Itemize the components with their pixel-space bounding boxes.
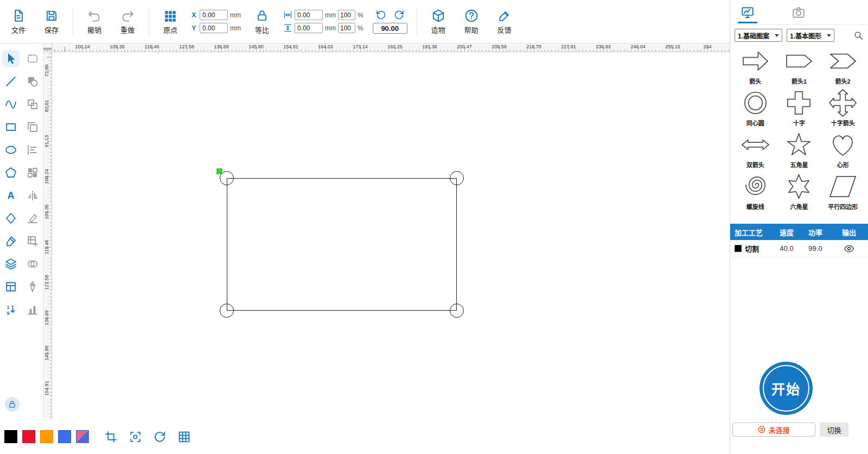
align-list-icon bbox=[26, 143, 39, 156]
line-icon bbox=[4, 75, 17, 88]
lock-canvas-button[interactable] bbox=[5, 397, 20, 412]
pattern-array-tool[interactable] bbox=[24, 164, 41, 181]
curve-tool[interactable] bbox=[2, 96, 20, 113]
width-input[interactable] bbox=[295, 10, 323, 20]
shape-item-parallelogram[interactable]: 平行四边形 bbox=[821, 172, 865, 211]
crop-frame-button[interactable] bbox=[104, 430, 118, 444]
knife-tool[interactable] bbox=[2, 232, 20, 250]
corner-handle-bottom-left[interactable] bbox=[220, 304, 234, 318]
rotate-ccw-icon[interactable] bbox=[375, 9, 387, 21]
category-select-1[interactable]: 1.基础图案 bbox=[735, 29, 782, 42]
start-button[interactable]: 开始 bbox=[760, 362, 813, 415]
tab-library[interactable] bbox=[738, 2, 757, 23]
concentric-circles-icon bbox=[741, 88, 770, 118]
shape-item-concentric-circle[interactable]: 同心圆 bbox=[733, 88, 777, 127]
shape-item-heart[interactable]: 心形 bbox=[821, 130, 865, 169]
text-tool[interactable]: A bbox=[2, 187, 20, 204]
undo-button[interactable]: 撤销 bbox=[82, 9, 106, 35]
align-bottom-tool[interactable] bbox=[24, 301, 41, 318]
color-swatch[interactable] bbox=[4, 430, 17, 443]
canvas[interactable] bbox=[52, 52, 730, 454]
shape-item-arrow[interactable]: 箭头 bbox=[733, 46, 777, 85]
shape-item-double-arrow[interactable]: 双箭头 bbox=[733, 130, 777, 169]
grid-view-button[interactable] bbox=[177, 430, 191, 444]
create-button[interactable]: 造物 bbox=[426, 9, 450, 35]
feedback-button[interactable]: 反馈 bbox=[493, 9, 516, 35]
group-tool[interactable] bbox=[24, 96, 41, 113]
color-swatch[interactable] bbox=[40, 430, 53, 443]
v-ruler-label: 82.01 bbox=[44, 100, 49, 112]
help-button[interactable]: 帮助 bbox=[459, 9, 483, 35]
file-button[interactable]: 文件 bbox=[7, 9, 30, 35]
output-visibility-toggle[interactable] bbox=[844, 245, 854, 253]
diamond-tool[interactable] bbox=[2, 210, 20, 227]
v-ruler-label: 145.80 bbox=[44, 345, 49, 361]
connection-status[interactable]: 未连接 bbox=[732, 423, 815, 437]
ellipse-tool[interactable] bbox=[2, 141, 20, 159]
duplicate-icon bbox=[26, 121, 39, 134]
focus-area-button[interactable] bbox=[129, 430, 142, 444]
shape-label: 六角星 bbox=[790, 202, 808, 211]
redo-button[interactable]: 重做 bbox=[116, 9, 139, 35]
rotation-angle-input[interactable] bbox=[373, 23, 407, 34]
duplicate-tool[interactable] bbox=[24, 118, 41, 136]
shape-item-star6[interactable]: 六角星 bbox=[777, 172, 821, 211]
x-input[interactable] bbox=[200, 10, 228, 20]
polygon-tool[interactable] bbox=[2, 164, 20, 181]
search-button[interactable] bbox=[853, 30, 864, 41]
corner-handle-bottom-right[interactable] bbox=[450, 304, 464, 318]
shape-boolean-tool[interactable] bbox=[24, 73, 41, 90]
rotate-cw-icon[interactable] bbox=[393, 9, 405, 21]
origin-label: 原点 bbox=[163, 24, 177, 35]
layers-tool[interactable] bbox=[2, 255, 20, 273]
switch-device-button[interactable]: 切换 bbox=[820, 423, 848, 437]
width-percent-input[interactable] bbox=[338, 10, 355, 20]
corner-handle-top-right[interactable] bbox=[450, 171, 464, 185]
color-swatch[interactable] bbox=[76, 430, 89, 443]
grid-table-tool[interactable] bbox=[2, 278, 20, 295]
path-preview-button[interactable] bbox=[153, 430, 167, 444]
shape-item-star5[interactable]: 五角星 bbox=[777, 130, 821, 169]
origin-button[interactable]: 原点 bbox=[158, 9, 182, 35]
select-tool[interactable] bbox=[2, 50, 20, 67]
mirror-tool[interactable] bbox=[24, 187, 41, 204]
node-edit-tool[interactable] bbox=[24, 278, 41, 295]
color-swatch[interactable] bbox=[58, 430, 71, 443]
height-input[interactable] bbox=[295, 23, 323, 33]
selected-rectangle[interactable] bbox=[227, 178, 457, 311]
v-ruler-label: 91.13 bbox=[44, 135, 49, 148]
save-button[interactable]: 保存 bbox=[40, 9, 63, 35]
h-ruler-label: 227.81 bbox=[561, 44, 576, 49]
rectangle-tool[interactable] bbox=[2, 118, 20, 136]
process-speed[interactable]: 40.0 bbox=[773, 244, 801, 253]
category-select-2[interactable]: 1.基本图形 bbox=[787, 29, 834, 42]
shape-item-arrow1[interactable]: 箭头1 bbox=[777, 46, 821, 85]
aspect-lock-button[interactable]: 等比 bbox=[250, 9, 274, 35]
weld-tool[interactable] bbox=[24, 255, 41, 273]
marquee-select-tool[interactable] bbox=[24, 50, 41, 67]
shape-item-cross-arrows[interactable]: 十字箭头 bbox=[821, 88, 865, 127]
process-row[interactable]: 切割 40.0 99.0 bbox=[730, 240, 868, 257]
tab-camera[interactable] bbox=[789, 2, 808, 23]
four-way-arrow-icon bbox=[828, 88, 858, 118]
five-point-star-icon bbox=[784, 130, 814, 160]
shape-item-arrow2[interactable]: 箭头2 bbox=[821, 46, 865, 85]
color-swatch[interactable] bbox=[22, 430, 35, 443]
svg-text:9: 9 bbox=[7, 310, 9, 316]
undo-icon bbox=[87, 9, 101, 23]
align-tool[interactable] bbox=[24, 141, 41, 159]
width-icon bbox=[283, 10, 292, 20]
layer-color-swatch[interactable] bbox=[735, 245, 742, 252]
shape-item-spiral[interactable]: 螺旋线 bbox=[733, 172, 777, 211]
line-tool[interactable] bbox=[2, 73, 20, 90]
process-power[interactable]: 99.0 bbox=[801, 244, 830, 253]
table-generator-tool[interactable] bbox=[24, 232, 41, 250]
y-input[interactable] bbox=[200, 23, 228, 33]
y-label: Y bbox=[192, 24, 197, 32]
shape-item-cross[interactable]: 十字 bbox=[777, 88, 821, 127]
shape-label: 十字箭头 bbox=[831, 118, 855, 127]
height-percent-input[interactable] bbox=[338, 23, 355, 33]
number-sort-tool[interactable]: 19 bbox=[2, 301, 20, 318]
height-unit: mm bbox=[325, 24, 336, 32]
measure-tool[interactable] bbox=[24, 210, 41, 227]
